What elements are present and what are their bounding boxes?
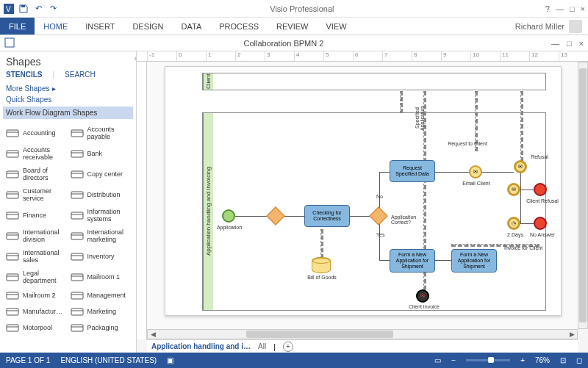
canvas[interactable]: Client Application handling and Invoicin… — [147, 62, 578, 329]
mail2-icon — [6, 290, 19, 300]
close-icon[interactable]: × — [581, 4, 585, 13]
page-tab-active[interactable]: Application handling and i… — [151, 342, 251, 350]
end-invoice[interactable]: ✉ — [416, 289, 429, 303]
tab-stencils[interactable]: STENCILS — [6, 71, 42, 79]
globe-s-icon — [6, 251, 19, 261]
stencil-megaphone[interactable]: Marketing — [71, 304, 131, 319]
quick-shapes-link[interactable]: Quick Shapes — [6, 95, 130, 104]
stencil-label: Marketing — [87, 308, 117, 315]
tab-search[interactable]: SEARCH — [65, 71, 96, 79]
stencil-box[interactable]: Packaging — [71, 320, 131, 335]
scroll-left-icon[interactable]: ◀ — [148, 330, 158, 339]
stencil-mail2[interactable]: Mailroom 2 — [6, 288, 66, 303]
help-icon[interactable]: ? — [545, 4, 550, 13]
ruler-mark: 2 — [235, 51, 265, 61]
task-form2[interactable]: Form a New Application for Shipment — [451, 249, 497, 273]
zoom-in-button[interactable]: + — [520, 356, 525, 364]
stencil-truck[interactable]: Distribution — [71, 185, 131, 204]
task-form1[interactable]: Form a New Application for Shipment — [390, 249, 435, 273]
sequence-flow — [235, 216, 269, 217]
presentation-icon[interactable]: ▭ — [434, 356, 441, 364]
drawing-page[interactable]: Client Application handling and Invoicin… — [165, 66, 562, 316]
pool-client[interactable]: Client — [202, 73, 546, 90]
stencil-people[interactable]: Board of directors — [6, 165, 66, 184]
stencil-globe[interactable]: International division — [6, 226, 66, 245]
event-intermediate[interactable]: ✉ — [514, 160, 527, 173]
stencil-invoice[interactable]: Accounts payable — [71, 123, 131, 142]
doc-maximize-icon[interactable]: □ — [567, 39, 572, 48]
zoom-level[interactable]: 76% — [535, 356, 550, 364]
doc-minimize-icon[interactable]: — — [551, 39, 559, 48]
record-macro-icon[interactable]: ▣ — [167, 356, 173, 364]
stencil-copier[interactable]: Copy center — [71, 165, 131, 184]
pool-main[interactable]: Application handling and Invoicing — [202, 112, 546, 311]
shapes-category-active[interactable]: Work Flow Diagram Shapes — [3, 107, 133, 119]
maximize-icon[interactable]: □ — [570, 4, 575, 13]
tab-process[interactable]: PROCESS — [210, 18, 268, 35]
tab-insert[interactable]: INSERT — [76, 18, 123, 35]
task-check[interactable]: Checking for Correctness — [304, 205, 350, 227]
start-event[interactable] — [222, 209, 235, 223]
stencil-globe-s[interactable]: International sales — [6, 247, 66, 266]
scrollbar-horizontal[interactable]: ◀ ▶ — [147, 329, 578, 339]
zoom-slider[interactable] — [466, 359, 510, 361]
page-tab-all[interactable]: All — [258, 342, 266, 350]
scroll-thumb[interactable] — [579, 68, 587, 322]
stencil-globe-mk[interactable]: International marketing — [71, 226, 131, 245]
stencil-boxes[interactable]: Inventory — [71, 247, 131, 266]
task-request[interactable]: Request Specified Data — [390, 160, 435, 182]
stencil-cash[interactable]: Accounts receivable — [6, 144, 66, 163]
stencil-chart[interactable]: Finance — [6, 206, 66, 225]
fit-page-icon[interactable]: ⊡ — [560, 356, 566, 364]
stencil-bank[interactable]: Bank — [71, 144, 131, 163]
event-timer[interactable]: ◷ — [507, 217, 520, 230]
doc-close-icon[interactable]: × — [579, 39, 584, 48]
stencil-label: Accounts payable — [87, 126, 131, 140]
page-tabs: Application handling and i… All | + — [147, 339, 578, 353]
add-page-button[interactable]: + — [283, 342, 293, 352]
data-store[interactable] — [312, 257, 331, 273]
zoom-out-button[interactable]: − — [451, 356, 456, 364]
status-language[interactable]: ENGLISH (UNITED STATES) — [60, 356, 157, 364]
undo-icon[interactable]: ↶ — [32, 3, 44, 15]
tab-view[interactable]: VIEW — [317, 18, 355, 35]
event-refusal-msg[interactable]: ✉ — [507, 183, 520, 196]
sequence-flow — [520, 223, 535, 224]
gateway-1[interactable] — [266, 206, 284, 225]
status-page[interactable]: PAGE 1 OF 1 — [6, 356, 50, 364]
stencil-ledger[interactable]: Accounting — [6, 123, 66, 142]
tab-design[interactable]: DESIGN — [123, 18, 172, 35]
stencil-server[interactable]: Information systems — [71, 206, 131, 225]
scrollbar-vertical[interactable] — [578, 62, 588, 329]
box-icon — [71, 322, 84, 333]
tab-home[interactable]: HOME — [35, 18, 76, 35]
redo-icon[interactable]: ↷ — [47, 3, 59, 15]
stencil-car[interactable]: Motorpool — [6, 320, 66, 335]
end-noanswer[interactable] — [534, 217, 547, 230]
event-email[interactable]: ✉ — [469, 165, 482, 178]
chevron-right-icon: ▸ — [52, 84, 56, 93]
stencil-gears[interactable]: Manufactur… — [6, 304, 66, 319]
scroll-thumb[interactable] — [246, 331, 393, 338]
svg-rect-46 — [71, 325, 83, 331]
sequence-flow — [482, 172, 514, 173]
stencil-mail[interactable]: Mailroom 1 — [71, 267, 131, 286]
tab-data[interactable]: DATA — [173, 18, 211, 35]
svg-rect-42 — [71, 309, 83, 315]
end-refusal[interactable] — [534, 183, 547, 196]
minimize-icon[interactable]: — — [556, 4, 564, 13]
more-shapes-link[interactable]: More Shapes▸ — [6, 84, 130, 93]
user-info[interactable]: Richard Miller — [515, 20, 588, 33]
tab-review[interactable]: REVIEW — [268, 18, 317, 35]
save-icon[interactable] — [18, 3, 29, 15]
stencil-gavel[interactable]: Legal department — [6, 267, 66, 286]
ruler-mark: 7 — [382, 51, 412, 61]
ledger-icon — [6, 128, 19, 138]
stencil-org[interactable]: Management — [71, 288, 131, 303]
gateway-correct[interactable] — [369, 206, 387, 225]
tab-file[interactable]: FILE — [0, 18, 35, 35]
slider-thumb[interactable] — [488, 357, 494, 363]
stencil-headset[interactable]: Customer service — [6, 185, 66, 204]
fullscreen-icon[interactable]: ◻ — [576, 356, 582, 364]
scroll-right-icon[interactable]: ▶ — [567, 330, 577, 339]
